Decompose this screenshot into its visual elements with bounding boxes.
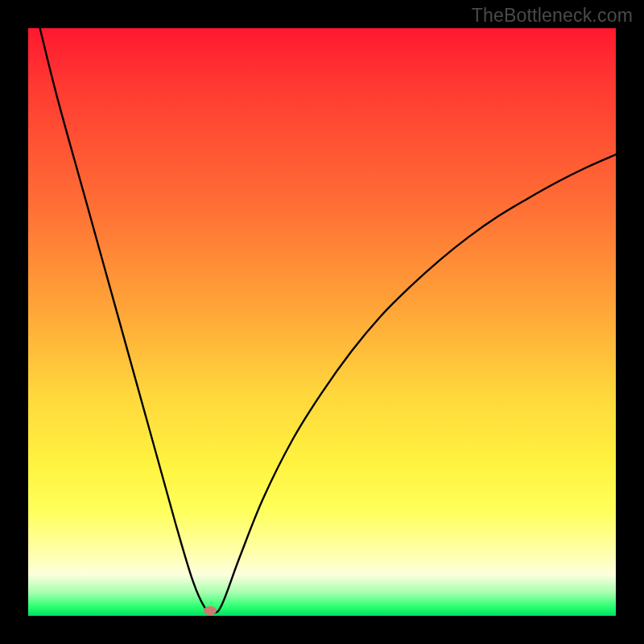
- plot-area: [28, 28, 616, 616]
- bottleneck-curve: [40, 28, 616, 613]
- curve-svg: [28, 28, 616, 616]
- chart-frame: TheBottleneck.com: [0, 0, 644, 644]
- minimum-marker: [204, 606, 217, 615]
- watermark-text: TheBottleneck.com: [472, 5, 633, 27]
